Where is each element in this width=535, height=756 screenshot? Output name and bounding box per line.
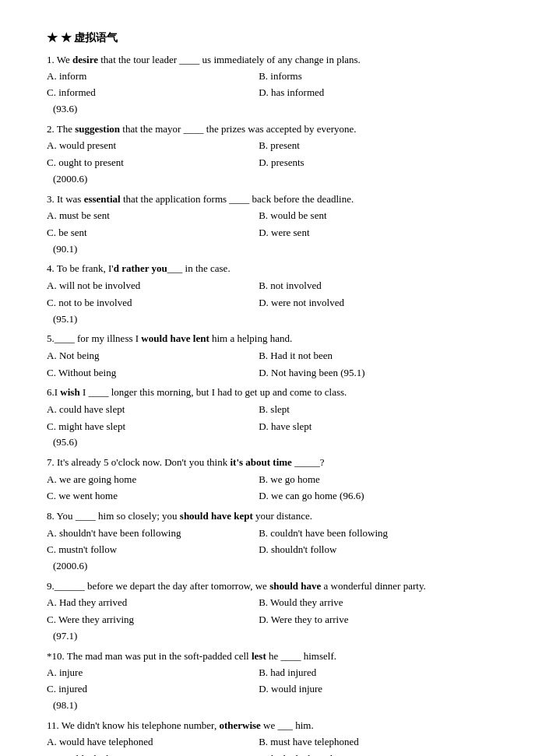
question-1: 1. We desire that the tour leader ____ u… bbox=[47, 51, 488, 118]
q8-opt-b: B. couldn't have been following bbox=[259, 526, 470, 542]
q10-opt-a: A. injure bbox=[47, 665, 259, 681]
q6-opt-c: C. might have slept bbox=[47, 419, 259, 435]
star-icon: ★ bbox=[47, 32, 58, 44]
title-text: ★ 虚拟语气 bbox=[61, 32, 118, 44]
q11-text: 11. We didn't know his telephone number,… bbox=[47, 717, 488, 733]
q4-text: 4. To be frank, I'd rather you___ in the… bbox=[47, 260, 488, 276]
q7-options-2: C. we went home D. we can go home (96.6) bbox=[47, 488, 488, 505]
page-content: ★ ★ 虚拟语气 1. We desire that the tour lead… bbox=[47, 31, 488, 756]
q4-opt-c: C. not to be involved bbox=[47, 295, 259, 311]
question-6: 6.I wish I ____ longer this morning, but… bbox=[47, 384, 488, 451]
q9-opt-a: A. Had they arrived bbox=[47, 595, 259, 611]
q6-text: 6.I wish I ____ longer this morning, but… bbox=[47, 384, 488, 400]
q6-score: (95.6) bbox=[53, 434, 77, 451]
question-2: 2. The suggestion that the mayor ____ th… bbox=[47, 121, 488, 188]
question-7: 7. It's already 5 o'clock now. Don't you… bbox=[47, 454, 488, 505]
q1-opt-c: C. informed bbox=[47, 85, 259, 101]
q7-opt-d: D. we can go home (96.6) bbox=[259, 488, 470, 505]
q8-text: 8. You ____ him so closely; you should h… bbox=[47, 508, 488, 524]
q9-text: 9.______ before we depart the day after … bbox=[47, 578, 488, 594]
q1-options: A. inform B. informs C. informed D. has … bbox=[47, 69, 488, 117]
q3-opt-c: C. be sent bbox=[47, 225, 259, 241]
q8-options-2: C. mustn't follow D. shouldn't follow (2… bbox=[47, 542, 488, 575]
q7-opt-b: B. we go home bbox=[259, 472, 470, 488]
q3-opt-d: D. were sent bbox=[259, 225, 470, 241]
q10-text: *10. The mad man was put in the soft-pad… bbox=[47, 648, 488, 664]
q5-text: 5.____ for my illness I would have lent … bbox=[47, 330, 488, 346]
q1-opt-b: B. informs bbox=[259, 69, 470, 85]
q9-opt-b: B. Would they arrive bbox=[259, 595, 470, 611]
q7-opt-a: A. we are going home bbox=[47, 472, 259, 488]
q2-text: 2. The suggestion that the mayor ____ th… bbox=[47, 121, 488, 137]
q5-opt-a: A. Not being bbox=[47, 348, 259, 364]
q3-options: A. must be sent B. would be sent bbox=[47, 208, 488, 224]
q2-opt-a: A. would present bbox=[47, 138, 259, 154]
q8-opt-c: C. mustn't follow bbox=[47, 542, 259, 558]
q2-opt-b: B. present bbox=[259, 138, 470, 154]
q3-opt-a: A. must be sent bbox=[47, 208, 259, 224]
q7-options: A. we are going home B. we go home bbox=[47, 472, 488, 488]
q3-options-2: C. be sent D. were sent (90.1) bbox=[47, 225, 488, 258]
question-9: 9.______ before we depart the day after … bbox=[47, 578, 488, 645]
q2-score: (2000.6) bbox=[53, 171, 87, 188]
q8-opt-a: A. shouldn't have been following bbox=[47, 526, 259, 542]
q1-text: 1. We desire that the tour leader ____ u… bbox=[47, 51, 488, 68]
q2-opt-d: D. presents bbox=[259, 155, 470, 171]
q4-score: (95.1) bbox=[53, 311, 77, 328]
q5-options-2: C. Without being D. Not having been (95.… bbox=[47, 365, 488, 382]
q11-opt-a: A. would have telephoned bbox=[47, 734, 259, 751]
q2-opt-c: C. ought to present bbox=[47, 155, 259, 171]
q6-opt-b: B. slept bbox=[259, 402, 470, 418]
q10-opt-d: D. would injure bbox=[259, 681, 470, 698]
q8-opt-d: D. shouldn't follow bbox=[259, 542, 470, 558]
q2-options: A. would present B. present bbox=[47, 138, 488, 154]
question-5: 5.____ for my illness I would have lent … bbox=[47, 330, 488, 381]
question-10: *10. The mad man was put in the soft-pad… bbox=[47, 648, 488, 714]
q5-opt-b: B. Had it not been bbox=[259, 348, 470, 364]
q5-options: A. Not being B. Had it not been bbox=[47, 348, 488, 364]
q1-opt-a: A. inform bbox=[47, 69, 259, 85]
q5-opt-c: C. Without being bbox=[47, 365, 259, 382]
q1-opt-d: D. has informed bbox=[259, 85, 470, 101]
question-4: 4. To be frank, I'd rather you___ in the… bbox=[47, 260, 488, 327]
q6-opt-d: D. have slept bbox=[259, 419, 470, 435]
q4-opt-b: B. not involved bbox=[259, 278, 470, 294]
q9-opt-d: D. Were they to arrive bbox=[259, 612, 470, 628]
q9-options-2: C. Were they arriving D. Were they to ar… bbox=[47, 612, 488, 645]
q9-opt-c: C. Were they arriving bbox=[47, 612, 259, 628]
q6-opt-a: A. could have slept bbox=[47, 402, 259, 418]
q1-score: (93.6) bbox=[53, 101, 77, 118]
question-3: 3. It was essential that the application… bbox=[47, 191, 488, 258]
q11-options: A. would have telephoned B. must have te… bbox=[47, 734, 488, 751]
q7-text: 7. It's already 5 o'clock now. Don't you… bbox=[47, 454, 488, 470]
q11-opt-b: B. must have telephoned bbox=[259, 734, 470, 751]
q4-opt-d: D. were not involved bbox=[259, 295, 470, 311]
q6-options-2: C. might have slept D. have slept (95.6) bbox=[47, 419, 488, 452]
q5-opt-d: D. Not having been (95.1) bbox=[259, 365, 470, 382]
q4-options: A. will not be involved B. not involved bbox=[47, 278, 488, 294]
q11-options-2: C. would telephone D. had telephoned (95… bbox=[47, 751, 488, 756]
q4-options-2: C. not to be involved D. were not involv… bbox=[47, 295, 488, 328]
question-8: 8. You ____ him so closely; you should h… bbox=[47, 508, 488, 575]
q7-opt-c: C. we went home bbox=[47, 488, 259, 505]
question-11: 11. We didn't know his telephone number,… bbox=[47, 717, 488, 756]
q10-score: (98.1) bbox=[53, 698, 77, 714]
q6-options: A. could have slept B. slept bbox=[47, 402, 488, 418]
q3-score: (90.1) bbox=[53, 241, 77, 258]
q4-opt-a: A. will not be involved bbox=[47, 278, 259, 294]
q11-opt-c: C. would telephone bbox=[47, 751, 259, 756]
q8-options: A. shouldn't have been following B. coul… bbox=[47, 526, 488, 542]
q8-score: (2000.6) bbox=[53, 558, 87, 575]
q10-opt-b: B. had injured bbox=[259, 665, 470, 681]
section-title: ★ ★ 虚拟语气 bbox=[47, 31, 488, 45]
q11-opt-d: D. had telephoned bbox=[259, 751, 470, 756]
q9-options: A. Had they arrived B. Would they arrive bbox=[47, 595, 488, 611]
q10-options: A. injure B. had injured C. injured D. w… bbox=[47, 665, 488, 713]
q3-text: 3. It was essential that the application… bbox=[47, 191, 488, 207]
q2-options-2: C. ought to present D. presents (2000.6) bbox=[47, 155, 488, 188]
q9-score: (97.1) bbox=[53, 628, 77, 645]
q10-opt-c: C. injured bbox=[47, 681, 259, 698]
q3-opt-b: B. would be sent bbox=[259, 208, 470, 224]
